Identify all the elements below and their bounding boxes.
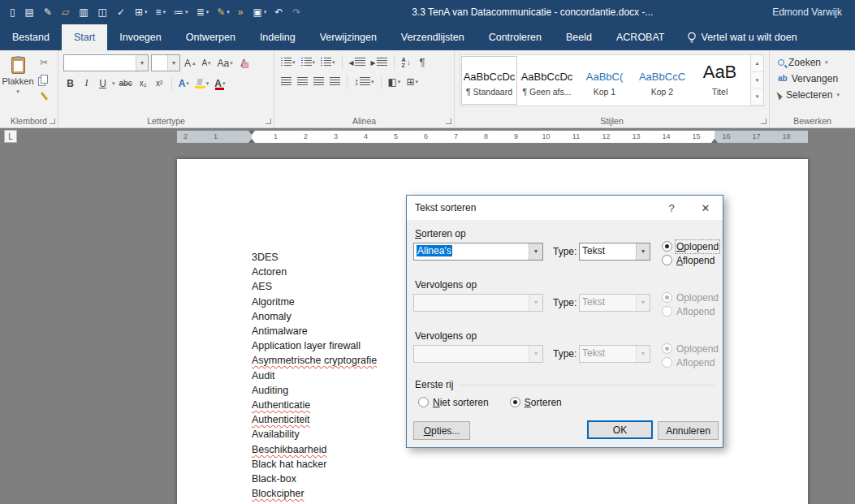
list-item[interactable]: Application layer firewall [252,338,377,353]
bullets-button[interactable]: ▾ [279,54,297,70]
font-name-select[interactable]: ▾ [63,54,149,71]
Verwijzingen[interactable]: Verwijzingen [308,24,389,50]
Beeld[interactable]: Beeld [554,24,604,50]
list-item[interactable]: Beschikbaarheid [252,442,377,457]
align-center-button[interactable] [296,74,309,89]
clear-formatting-button[interactable]: A [237,55,251,71]
italic-button[interactable]: I [80,75,93,91]
increase-indent-button[interactable]: ▸ [369,54,389,70]
shading-button[interactable]: ◧▾ [386,74,403,89]
list-item[interactable]: Black hat hacker [252,457,377,472]
list-item[interactable]: Auditing [252,383,377,398]
numbering-button[interactable]: ▾ [300,54,317,70]
decrease-indent-button[interactable]: ◂ [348,54,367,70]
descending-radio[interactable]: Aflopend [662,253,719,267]
font-size-select[interactable]: ▾ [151,54,180,71]
Verzendlijsten[interactable]: Verzendlijsten [389,24,477,50]
spelling-grammar-icon[interactable]: ✓ [114,3,130,21]
undo-icon[interactable]: ↶ [271,3,287,21]
list-item[interactable]: Authenticatie [252,398,377,412]
list-item[interactable]: Black-box [252,472,377,486]
Invoegen[interactable]: Invoegen [107,24,173,50]
edit-document-icon[interactable]: ✎ [41,3,57,21]
horizontal-ruler[interactable]: 21123456789101112131415161718 [177,131,808,143]
ascending-radio[interactable]: Oplopend [662,239,719,253]
insert-table-icon[interactable]: ⊞ ▾ [132,3,151,21]
list-item[interactable]: Actoren [252,265,377,279]
copy-button[interactable] [34,71,54,87]
replace-button[interactable]: ab Vervangen [778,73,855,84]
tell-me-box[interactable]: Vertel wat u wilt doen [677,24,807,50]
subscript-button[interactable]: x₂ [136,75,150,91]
list-item[interactable]: Audit [252,368,377,383]
chevron-down-icon[interactable]: ▾ [529,243,542,260]
quick-print-icon[interactable]: ▥ [76,3,93,21]
style-item[interactable]: AaBbCcDc ¶ Geen afs... [518,55,576,106]
close-icon[interactable]: ✕ [689,196,723,220]
Indeling[interactable]: Indeling [248,24,308,50]
sort-key-select[interactable]: Alinea's ▾ [413,243,543,261]
type-select[interactable]: Tekst ▾ [579,243,650,261]
bold-button[interactable]: B [63,75,77,91]
list-item[interactable]: Asymmetrische cryptografie [252,353,377,368]
list-item[interactable]: Authenticiteit [252,412,377,427]
font-color-button[interactable]: A▾ [213,75,227,91]
Controleren[interactable]: Controleren [477,24,554,50]
list-item[interactable]: Anomaly [252,309,377,324]
cut-button[interactable]: ✂ [34,54,54,70]
gallery-up-button[interactable]: ▴ [751,55,763,72]
dialog-launcher-icon[interactable] [446,118,451,124]
list-item[interactable]: 3DES [252,250,377,265]
underline-button[interactable]: U [96,75,110,91]
paste-button[interactable]: Plakken ▾ [2,53,34,110]
multilevel-list-button[interactable]: ▾ [319,54,337,70]
list-item[interactable]: Blockcipher [252,486,377,501]
select-button[interactable]: Selecteren ▾ [778,89,855,101]
gallery-down-button[interactable]: ▾ [751,72,763,89]
save-icon[interactable]: ▤ [22,3,39,21]
help-button[interactable]: ? [654,196,689,220]
style-item[interactable]: AaB Titel [691,55,749,106]
multilevel-list-icon[interactable]: ≣ ▾ [193,3,213,21]
dialog-launcher-icon[interactable] [761,118,766,124]
find-button[interactable]: Zoeken ▾ [778,57,855,68]
Ontwerpen[interactable]: Ontwerpen [174,24,248,50]
new-document-icon[interactable]: ▯ [6,3,20,21]
borders-button[interactable]: ⊞▾ [404,74,420,89]
numbering-icon[interactable]: ≡ ▾ [153,3,170,21]
line-spacing-button[interactable]: ↕▾ [352,74,376,89]
options-button[interactable]: Opties... [413,421,470,440]
list-item[interactable]: AES [252,279,377,294]
gallery-more-button[interactable]: ▾ [751,88,763,106]
double-chevron-icon[interactable]: » [235,3,248,21]
list-item[interactable]: Availability [252,427,377,442]
bullets-icon[interactable]: ≔ ▾ [171,3,192,21]
shrink-font-button[interactable]: A▾ [200,55,214,71]
right-indent-marker[interactable] [711,136,718,143]
style-item[interactable]: AaBbCcC Kop 2 [633,55,691,106]
open-folder-icon[interactable]: ▱ [58,3,74,21]
text-highlight-button[interactable]: ▾ [193,75,211,91]
style-item[interactable]: AaBbC( Kop 1 [576,55,633,106]
sort-button[interactable]: AZ ↓ [399,54,413,70]
text-effects-button[interactable]: A▾ [177,75,191,91]
sort-radio[interactable]: Sorteren [510,395,562,409]
dialog-titlebar[interactable]: Tekst sorteren ? ✕ [407,196,723,220]
Start[interactable]: Start [62,24,107,50]
align-left-button[interactable] [279,74,293,89]
format-painter-button[interactable] [34,88,54,104]
no-sort-radio[interactable]: Niet sorteren [418,395,489,409]
print-preview-icon[interactable]: ◫ [95,3,112,21]
change-case-button[interactable]: Aa▾ [216,55,235,71]
superscript-button[interactable]: x² [153,75,166,91]
chevron-down-icon[interactable]: ▾ [167,55,179,71]
justify-button[interactable] [328,74,342,89]
strikethrough-button[interactable]: abc [118,75,134,91]
paste-icon[interactable]: ▣ ▾ [249,3,270,21]
highlight-icon[interactable]: ✎ ▾ [214,3,233,21]
chevron-down-icon[interactable]: ▾ [136,55,148,71]
dialog-launcher-icon[interactable] [50,118,55,124]
chevron-down-icon[interactable]: ▾ [112,80,115,87]
tab-selector[interactable]: L [4,130,17,143]
cancel-button[interactable]: Annuleren [658,421,719,440]
